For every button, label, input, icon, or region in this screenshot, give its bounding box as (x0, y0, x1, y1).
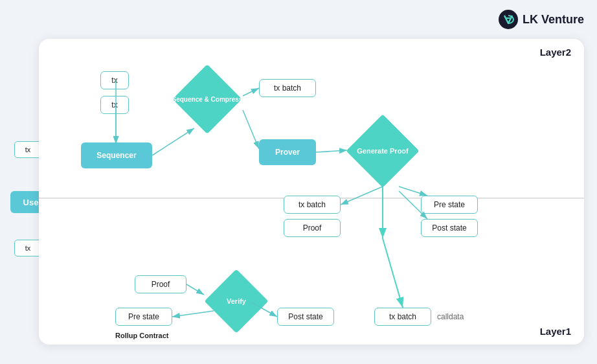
tx-box-1: tx (100, 71, 129, 89)
sequence-compress-container: Sequence & Compress (172, 63, 243, 135)
tx-box-2: tx (100, 96, 129, 114)
pre-state-bottom: Pre state (115, 308, 172, 326)
svg-line-9 (341, 187, 383, 205)
calldata-text: calldata (437, 312, 464, 321)
svg-line-6 (243, 88, 259, 96)
sequence-compress-diamond (172, 64, 242, 133)
post-state-bottom: Post state (277, 308, 334, 326)
svg-line-8 (316, 150, 347, 152)
pre-state-top: Pre state (421, 196, 478, 214)
prover-node: Prover (259, 139, 316, 165)
tx-outside-bottom: tx (14, 240, 41, 256)
generate-proof-diamond (346, 114, 419, 187)
svg-point-0 (499, 10, 518, 29)
verify-container: Verify (204, 269, 269, 334)
tx-batch-top: tx batch (259, 79, 316, 97)
sequencer-node: Sequencer (81, 142, 152, 168)
diagram-box: Layer2 Layer1 tx tx Sequencer Sequence &… (39, 39, 584, 345)
logo-area: LK Venture (498, 9, 584, 30)
svg-line-7 (243, 110, 259, 149)
logo-text: LK Venture (523, 13, 584, 27)
svg-line-10 (399, 187, 427, 196)
layer2-label: Layer2 (540, 47, 571, 58)
layer1-label: Layer1 (540, 326, 571, 337)
tx-outside-top: tx (14, 141, 41, 158)
generate-proof-container: Generate Proof (347, 115, 418, 187)
svg-line-13 (383, 238, 403, 308)
proof-bottom: Proof (135, 275, 186, 293)
lk-venture-icon (498, 9, 519, 30)
rollup-contract-label: Rollup Contract (115, 332, 169, 339)
svg-line-14 (186, 284, 204, 295)
verify-diamond (205, 269, 269, 334)
post-state-top: Post state (421, 219, 478, 237)
proof-mid: Proof (284, 219, 341, 237)
tx-batch-mid2: tx batch (374, 308, 431, 326)
tx-batch-mid1: tx batch (284, 196, 341, 214)
main-container: LK Venture User tx tx Layer2 Layer1 tx t… (0, 0, 597, 364)
